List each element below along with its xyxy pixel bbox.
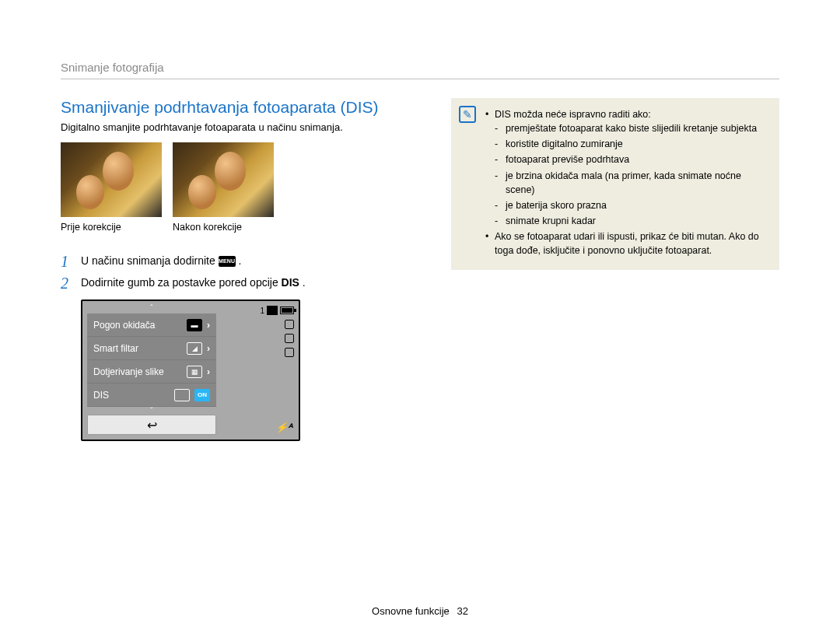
note-sub-2: koristite digitalno zumiranje	[495, 137, 768, 151]
note-box: ✎ DIS možda neće ispravno raditi ako: pr…	[451, 98, 779, 270]
status-icon-2	[285, 334, 294, 343]
note-sub-4: je brzina okidača mala (na primer, kada …	[495, 169, 768, 197]
menu-label: Smart filtar	[93, 343, 138, 354]
note-sub-1: premještate fotoaparat kako biste slijed…	[495, 121, 768, 135]
footer-label: Osnovne funkcije	[372, 605, 450, 617]
camera-screen-mock: ˆ Pogon okidača ▬ › Smart filtar ◢	[81, 299, 300, 441]
step-1-text-b: .	[239, 254, 242, 267]
note-icon: ✎	[459, 106, 476, 123]
step-1-text-a: U načinu snimanja dodirnite	[81, 254, 219, 267]
example-before-image	[61, 142, 162, 217]
intro-text: Digitalno smanjite podrhtavanje fotoapar…	[61, 121, 418, 133]
chevron-right-icon: ›	[207, 320, 210, 331]
menu-row-dis[interactable]: DIS ON	[87, 384, 216, 407]
filter-icon: ◢	[187, 342, 202, 355]
on-badge: ON	[194, 389, 210, 401]
menu-icon: MENU	[219, 256, 236, 267]
dis-box-icon	[174, 389, 190, 401]
step-2: Dodirnite gumb za postavke pored opcije …	[61, 276, 418, 289]
battery-icon	[280, 306, 294, 314]
adjust-icon: ▦	[187, 366, 202, 378]
status-icon-1	[285, 320, 294, 329]
menu-row-smart-filter[interactable]: Smart filtar ◢ ›	[87, 337, 216, 360]
example-after-image	[173, 142, 274, 217]
menu-row-shutter-drive[interactable]: Pogon okidača ▬ ›	[87, 313, 216, 337]
menu-row-image-adjust[interactable]: Dotjerivanje slike ▦ ›	[87, 360, 216, 384]
step-2-bold: DIS	[282, 276, 299, 289]
note-bullet-2: Ako se fotoaparat udari ili ispusti, pri…	[485, 229, 768, 257]
chevron-right-icon: ›	[207, 366, 210, 377]
status-icon-3	[285, 348, 294, 357]
shot-count: 1	[260, 306, 264, 315]
chevron-right-icon: ›	[207, 343, 210, 354]
menu-label: DIS	[93, 390, 109, 401]
menu-label: Dotjerivanje slike	[93, 366, 164, 377]
caption-before: Prije korekcije	[61, 222, 162, 233]
breadcrumb: Snimanje fotografija	[61, 61, 779, 79]
note-sub-6: snimate krupni kadar	[495, 214, 768, 228]
step-2-text-a: Dodirnite gumb za postavke pored opcije	[81, 276, 282, 289]
sd-card-icon	[267, 306, 278, 315]
note-sub-3: fotoaparat previše podrhtava	[495, 152, 768, 166]
page-number: 32	[457, 605, 467, 617]
menu-label: Pogon okidača	[93, 320, 155, 331]
back-button[interactable]: ↩	[87, 415, 216, 435]
caption-after: Nakon korekcije	[173, 222, 274, 233]
scroll-up-icon[interactable]: ˆ	[87, 304, 216, 313]
note-bullet-1: DIS možda neće ispravno raditi ako: prem…	[485, 107, 768, 228]
page-footer: Osnovne funkcije 32	[0, 605, 840, 617]
note-sub-5: je baterija skoro prazna	[495, 198, 768, 212]
step-1: U načinu snimanja dodirnite MENU .	[61, 254, 418, 267]
step-2-text-b: .	[303, 276, 306, 289]
flash-auto-icon: ⚡ᴬ	[275, 422, 292, 433]
single-shot-icon: ▬	[187, 319, 202, 331]
page-title: Smanjivanje podrhtavanja fotoaparata (DI…	[61, 98, 418, 117]
